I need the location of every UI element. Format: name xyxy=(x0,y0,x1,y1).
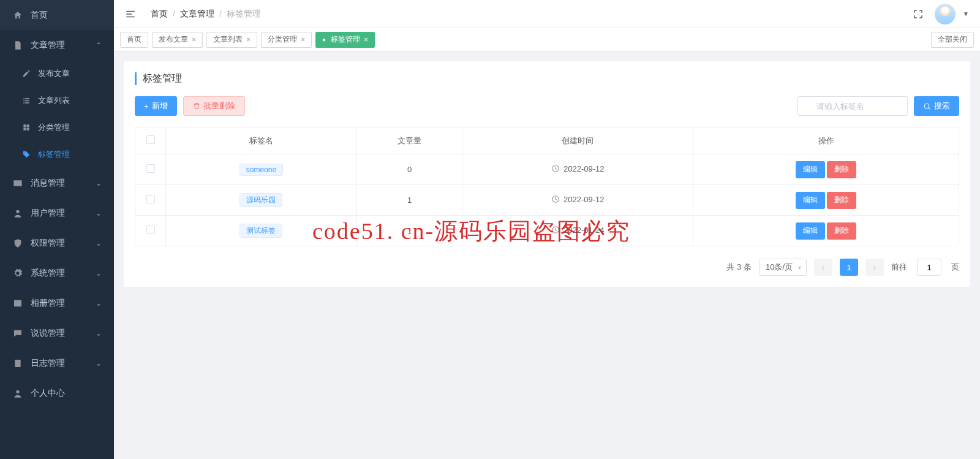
select-all-checkbox[interactable] xyxy=(146,135,155,144)
tabs-bar: 首页发布文章×文章列表×分类管理×标签管理× 全部关闭 xyxy=(114,28,980,51)
avatar[interactable] xyxy=(935,4,956,25)
breadcrumb-separator: / xyxy=(219,9,222,18)
sidebar-item-message[interactable]: 消息管理⌄ xyxy=(0,168,114,198)
sidebar-item-perm[interactable]: 权限管理⌄ xyxy=(0,228,114,258)
row-checkbox[interactable] xyxy=(146,195,155,203)
toolbar: + 新增 批量删除 xyxy=(135,96,959,116)
sidebar-subitem-tag[interactable]: 标签管理 xyxy=(0,141,114,168)
sidebar-subitem-label: 标签管理 xyxy=(38,149,70,160)
close-icon[interactable]: × xyxy=(192,36,196,44)
article-count: 1 xyxy=(356,185,462,216)
table-row: 源码乐园12022-09-12编辑 删除 xyxy=(135,185,959,216)
add-button[interactable]: + 新增 xyxy=(135,96,177,116)
sidebar-subitem-label: 文章列表 xyxy=(38,95,70,106)
sidebar-item-log[interactable]: 日志管理⌄ xyxy=(0,348,114,378)
edit-button[interactable]: 编辑 xyxy=(796,222,825,240)
delete-button[interactable]: 删除 xyxy=(827,222,856,240)
grid-icon xyxy=(22,123,32,132)
topbar: 首页/文章管理/标签管理 ▼ xyxy=(114,0,980,28)
search-button[interactable]: 搜索 xyxy=(914,96,959,116)
svg-line-8 xyxy=(929,107,930,109)
next-page-button[interactable]: › xyxy=(865,259,884,276)
sidebar-subitem-label: 分类管理 xyxy=(38,122,70,133)
batch-delete-button[interactable]: 批量删除 xyxy=(183,96,245,116)
breadcrumb-item[interactable]: 首页 xyxy=(151,9,168,18)
created-date: 2022-01-24 xyxy=(564,226,605,235)
sidebar-item-talk[interactable]: 说说管理⌄ xyxy=(0,318,114,348)
col-actions: 操作 xyxy=(693,127,959,154)
fullscreen-icon[interactable] xyxy=(913,9,924,20)
tag-name-badge: someone xyxy=(239,164,283,176)
tab-首页[interactable]: 首页 xyxy=(120,32,148,48)
breadcrumb-item: 标签管理 xyxy=(227,9,261,18)
trash-icon xyxy=(193,102,200,110)
sidebar-item-article[interactable]: 文章管理⌃ xyxy=(0,30,114,60)
main-area: 首页/文章管理/标签管理 ▼ 首页发布文章×文章列表×分类管理×标签管理× 全部… xyxy=(114,0,980,459)
tab-发布文章[interactable]: 发布文章× xyxy=(152,32,203,48)
tab-label: 文章列表 xyxy=(213,34,243,45)
tab-分类管理[interactable]: 分类管理× xyxy=(261,32,312,48)
search-input-wrap xyxy=(797,96,908,116)
page-size-select[interactable]: 10条/页 xyxy=(759,259,807,276)
clock-icon xyxy=(551,195,560,203)
close-icon[interactable]: × xyxy=(301,36,305,44)
chevron-down-icon: ⌄ xyxy=(96,359,102,368)
sidebar-item-label: 日志管理 xyxy=(31,358,96,369)
sidebar-item-album[interactable]: 相册管理⌄ xyxy=(0,288,114,318)
search-input[interactable] xyxy=(797,96,908,116)
prev-page-button[interactable]: ‹ xyxy=(814,259,832,276)
sidebar-item-user[interactable]: 用户管理⌄ xyxy=(0,198,114,228)
person-icon xyxy=(12,389,23,398)
sidebar-item-system[interactable]: 系统管理⌄ xyxy=(0,258,114,288)
batch-delete-label: 批量删除 xyxy=(203,101,235,112)
sidebar-item-label: 系统管理 xyxy=(31,268,96,279)
pencil-icon xyxy=(22,69,32,78)
sidebar-item-label: 用户管理 xyxy=(31,208,96,219)
sidebar-item-home[interactable]: 首页 xyxy=(0,0,114,30)
tag-icon xyxy=(22,150,32,159)
sidebar-item-profile[interactable]: 个人中心 xyxy=(0,378,114,408)
chevron-down-icon: ⌄ xyxy=(96,269,102,278)
row-checkbox[interactable] xyxy=(146,226,155,234)
goto-page-input[interactable] xyxy=(917,259,941,276)
edit-button[interactable]: 编辑 xyxy=(796,161,825,178)
sidebar-subitem-publish[interactable]: 发布文章 xyxy=(0,60,114,87)
tab-文章列表[interactable]: 文章列表× xyxy=(206,32,257,48)
pagination: 共 3 条 10条/页 ‹ 1 › 前往 页 xyxy=(135,259,959,276)
sidebar-subitem-category[interactable]: 分类管理 xyxy=(0,114,114,141)
row-checkbox[interactable] xyxy=(146,164,155,173)
edit-button[interactable]: 编辑 xyxy=(796,192,825,209)
avatar-dropdown-icon[interactable]: ▼ xyxy=(963,10,969,17)
sidebar-subitem-list[interactable]: 文章列表 xyxy=(0,87,114,114)
breadcrumb-item[interactable]: 文章管理 xyxy=(180,9,214,18)
tag-table: 标签名 文章量 创建时间 操作 someone02022-09-12编辑 删除源… xyxy=(135,127,959,246)
sidebar-item-label: 说说管理 xyxy=(31,328,96,339)
close-icon[interactable]: × xyxy=(364,36,368,44)
menu-toggle-icon[interactable] xyxy=(125,9,136,20)
chevron-down-icon: ⌄ xyxy=(96,299,102,308)
chevron-down-icon: ⌄ xyxy=(96,239,102,248)
tab-标签管理[interactable]: 标签管理× xyxy=(315,32,375,48)
svg-point-1 xyxy=(16,390,19,393)
delete-button[interactable]: 删除 xyxy=(827,192,856,209)
home-icon xyxy=(12,10,23,20)
sidebar-item-label: 文章管理 xyxy=(31,40,96,51)
log-icon xyxy=(12,358,23,368)
col-tagname: 标签名 xyxy=(166,127,357,154)
tag-name-badge: 源码乐园 xyxy=(239,193,282,207)
gear-icon xyxy=(12,268,23,278)
sidebar-item-label: 相册管理 xyxy=(31,298,96,309)
chevron-up-icon: ⌃ xyxy=(96,41,102,50)
add-button-label: 新增 xyxy=(152,101,168,112)
clock-icon xyxy=(551,226,560,234)
article-count: 0 xyxy=(356,154,462,185)
search-button-label: 搜索 xyxy=(934,101,950,112)
close-all-tabs-button[interactable]: 全部关闭 xyxy=(931,32,974,48)
delete-button[interactable]: 删除 xyxy=(827,161,856,178)
pagination-total: 共 3 条 xyxy=(726,262,751,273)
created-date: 2022-09-12 xyxy=(564,164,605,173)
chevron-down-icon: ⌄ xyxy=(96,329,102,338)
doc-icon xyxy=(12,40,23,50)
close-icon[interactable]: × xyxy=(246,36,251,44)
page-number-current[interactable]: 1 xyxy=(840,259,858,276)
